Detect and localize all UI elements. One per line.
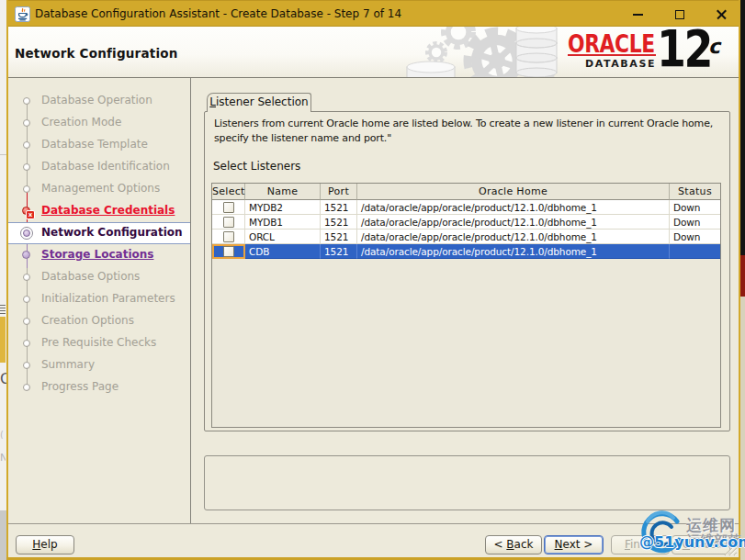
listener-status-cell: Down	[670, 230, 720, 244]
listener-oracle-home-cell: /data/oracle/app/oracle/product/12.1.0/d…	[357, 230, 670, 244]
column-header-status[interactable]: Status	[670, 184, 720, 200]
listener-checkbox[interactable]	[223, 231, 234, 242]
listener-port-cell: 1521	[321, 230, 357, 244]
listener-status-cell	[670, 244, 720, 259]
column-header-select[interactable]: Select	[212, 184, 245, 200]
step-circle-icon	[23, 340, 30, 347]
button-bar: Help < Back Next > Finish Cancel	[8, 524, 739, 557]
listener-checkbox[interactable]	[223, 217, 234, 228]
window-border-left	[6, 0, 8, 560]
oracle-logo-version: 12	[657, 27, 711, 77]
sidebar-step-summary: Summary	[8, 354, 190, 376]
back-button[interactable]: < Back	[485, 535, 542, 554]
help-button[interactable]: Help	[16, 535, 74, 554]
minimize-button[interactable]	[624, 1, 651, 28]
select-listeners-label: Select Listeners	[213, 160, 300, 173]
close-button[interactable]	[707, 1, 735, 28]
listener-checkbox[interactable]	[223, 202, 234, 213]
listener-status-cell: Down	[670, 215, 720, 230]
step-label: Pre Requisite Checks	[41, 336, 156, 349]
maximize-button[interactable]	[665, 1, 693, 28]
listener-select-cell[interactable]	[212, 244, 245, 259]
listener-row-mydb1[interactable]: MYDB11521/data/oracle/app/oracle/product…	[212, 215, 720, 230]
step-label: Database Template	[41, 138, 148, 151]
listener-description: Listeners from current Oracle home are l…	[214, 117, 713, 146]
step-label: Network Configuration	[41, 226, 183, 239]
listener-row-cdb[interactable]: CDB1521/data/oracle/app/oracle/product/1…	[212, 244, 720, 259]
step-circle-icon	[23, 274, 30, 281]
step-circle-icon	[23, 318, 30, 325]
next-button[interactable]: Next >	[544, 535, 604, 554]
wizard-header: Network Configuration ORACLE DATABASE 12…	[8, 27, 739, 77]
resize-grip[interactable]	[722, 541, 738, 556]
listener-name-cell: CDB	[245, 244, 321, 259]
titlebar[interactable]: Database Configuration Assistant - Creat…	[6, 0, 740, 27]
listener-select-cell[interactable]	[212, 230, 245, 244]
step-label: Database Options	[41, 270, 140, 283]
sidebar-step-management-options: Management Options	[8, 178, 190, 200]
listener-row-orcl[interactable]: ORCL1521/data/oracle/app/oracle/product/…	[212, 230, 720, 244]
step-error-x-icon: x	[26, 210, 35, 219]
background-mark2: N	[0, 452, 6, 463]
oracle-logo-rule	[568, 54, 656, 56]
java-icon	[15, 6, 30, 22]
listener-select-cell[interactable]	[212, 200, 245, 215]
column-header-port[interactable]: Port	[321, 184, 357, 200]
step-circle-icon	[23, 141, 30, 149]
tab-listener-selection[interactable]: Listener Selection	[207, 93, 311, 112]
step-label: Database Operation	[41, 94, 152, 106]
sidebar-step-database-identification: Database Identification	[8, 156, 190, 178]
step-label: Progress Page	[41, 380, 119, 393]
page-title: Network Configuration	[15, 46, 178, 61]
table-header-row: SelectNamePortOracle HomeStatus	[212, 184, 720, 200]
listener-name-cell: ORCL	[245, 230, 321, 244]
step-circle-icon	[23, 163, 30, 171]
sidebar-step-pre-requisite-checks: Pre Requisite Checks	[8, 332, 190, 354]
step-circle-icon	[23, 362, 30, 369]
listener-name-cell: MYDB1	[245, 215, 321, 230]
step-circle-icon	[23, 119, 30, 127]
minimize-icon	[633, 14, 643, 16]
listener-select-cell[interactable]	[212, 215, 245, 230]
background-gray-block	[0, 510, 6, 560]
background-dark-area	[740, 0, 745, 255]
sidebar-step-database-options: Database Options	[8, 266, 190, 288]
column-header-name[interactable]: Name	[245, 184, 321, 200]
listener-checkbox[interactable]	[223, 246, 234, 257]
sidebar-step-initialization-parameters: Initialization Parameters	[8, 288, 190, 310]
maximize-icon	[675, 10, 684, 19]
sidebar-step-network-configuration: Network Configuration	[8, 222, 190, 244]
step-visited-icon	[22, 251, 30, 259]
sidebar-step-database-operation: Database Operation	[8, 90, 190, 112]
step-label: Summary	[41, 358, 95, 371]
listener-status-cell: Down	[670, 200, 720, 215]
oracle-logo-edition: c	[708, 35, 720, 58]
listener-port-cell: 1521	[321, 215, 357, 230]
listener-port-cell: 1521	[321, 200, 357, 215]
column-header-oracle-home[interactable]: Oracle Home	[357, 184, 670, 200]
background-mark: (	[0, 430, 5, 439]
step-label: Database Identification	[41, 160, 170, 173]
finish-button[interactable]: Finish	[611, 535, 670, 554]
step-label: Creation Options	[41, 314, 134, 327]
step-circle-icon	[23, 296, 30, 303]
listener-row-mydb2[interactable]: MYDB21521/data/oracle/app/oracle/product…	[212, 200, 720, 215]
listener-port-cell: 1521	[321, 244, 357, 259]
sidebar-step-creation-mode: Creation Mode	[8, 112, 190, 134]
window-border-right	[739, 0, 740, 560]
step-label: Creation Mode	[41, 116, 121, 129]
listener-oracle-home-cell: /data/oracle/app/oracle/product/12.1.0/d…	[357, 215, 670, 230]
step-label: Database Credentials	[41, 204, 175, 217]
background-gold-bar	[0, 317, 6, 363]
sidebar-step-storage-locations[interactable]: Storage Locations	[8, 244, 190, 266]
sidebar-step-database-template: Database Template	[8, 134, 190, 156]
sidebar-step-database-credentials[interactable]: xDatabase Credentials	[8, 200, 190, 222]
step-circle-icon	[23, 185, 30, 193]
dbca-window: Database Configuration Assistant - Creat…	[6, 0, 740, 560]
screen: C ( N Database Configuration Assistant -…	[0, 0, 745, 560]
step-label: Storage Locations	[41, 248, 153, 261]
background-window-right-edge	[740, 0, 745, 560]
background-letter: C	[0, 370, 6, 388]
background-line	[0, 154, 6, 155]
background-doc-icon	[0, 305, 6, 316]
